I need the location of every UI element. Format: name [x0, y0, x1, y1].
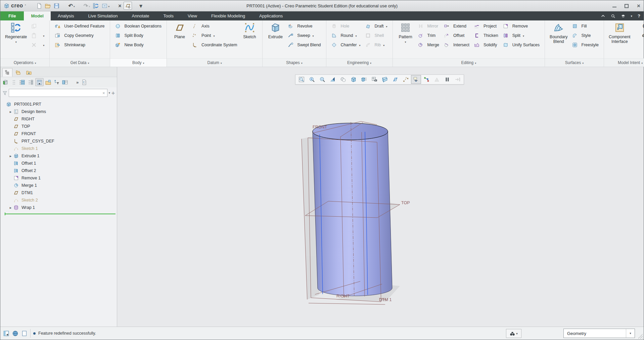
ribbon-tab[interactable]: Applications	[252, 11, 290, 20]
dropdown-arrow-icon[interactable]	[355, 33, 357, 38]
ribbon-group-label[interactable]: Engineering	[326, 58, 393, 67]
dropdown-arrow-icon[interactable]	[43, 43, 44, 47]
tree-toolbar-button[interactable]: »	[70, 78, 80, 86]
graphics-toolbar-button[interactable]	[317, 75, 327, 84]
quick-access-button[interactable]	[92, 2, 100, 10]
ribbon-tab[interactable]: Live Simulation	[81, 11, 125, 20]
graphics-toolbar-button[interactable]	[296, 75, 307, 84]
ribbon-small-button[interactable]: Rib	[364, 40, 389, 50]
tree-item[interactable]: Remove 1	[0, 174, 117, 182]
selection-filter-dropdown[interactable]: Geometry ▾	[563, 329, 635, 338]
chevron-down-icon[interactable]: ▾	[626, 329, 635, 338]
navigator-tab[interactable]	[24, 68, 34, 77]
tree-item[interactable]: Wrap 1	[0, 204, 117, 211]
close-button[interactable]: ×	[636, 4, 641, 8]
ribbon-small-button[interactable]: Split Body	[113, 31, 164, 40]
ribbon-small-button[interactable]	[30, 40, 46, 50]
dropdown-arrow-icon[interactable]	[386, 24, 387, 29]
tree-item[interactable]: FRONT	[0, 130, 117, 137]
dropdown-arrow-icon[interactable]	[107, 3, 109, 9]
ribbon-small-button[interactable]: Boolean Operations	[113, 21, 164, 31]
dropdown-arrow-icon[interactable]	[43, 33, 44, 38]
ribbon-group-label[interactable]: Operations	[0, 58, 49, 67]
ribbon-small-button[interactable]: Point	[190, 31, 239, 40]
tree-item[interactable]: RIGHT	[0, 115, 117, 123]
quick-access-button[interactable]	[124, 2, 132, 10]
add-filter-icon[interactable]: +	[111, 91, 115, 96]
ribbon-group-label[interactable]: Body	[110, 58, 167, 67]
full-screen-icon[interactable]	[21, 330, 28, 337]
ribbon-tab[interactable]: Annotate	[125, 11, 156, 20]
ribbon-group-label[interactable]: Datum	[167, 58, 262, 67]
ribbon-small-button[interactable]: Shell	[364, 31, 389, 40]
ribbon-small-button[interactable]: Extend	[442, 21, 471, 31]
ribbon-small-button[interactable]: Mirror	[416, 21, 441, 31]
resize-grip[interactable]	[638, 334, 643, 339]
insert-here-indicator[interactable]	[5, 214, 116, 214]
dropdown-arrow-icon[interactable]	[405, 39, 406, 45]
tree-item[interactable]: Design Items	[0, 108, 117, 115]
ribbon-small-button[interactable]: New Body	[113, 40, 164, 50]
ribbon-big-button[interactable]: Extrude	[266, 21, 285, 40]
quick-access-button[interactable]	[44, 2, 52, 10]
ribbon-tab[interactable]: Flexible Modeling	[204, 11, 252, 20]
ribbon-small-button[interactable]: d=	[633, 31, 644, 40]
ribbon-small-button[interactable]: Round	[330, 31, 362, 40]
dropdown-arrow-icon[interactable]	[383, 43, 384, 47]
tree-item[interactable]: Extrude 1	[0, 152, 117, 160]
ribbon-big-button[interactable]: Sketch	[240, 21, 259, 40]
expand-arrow-icon[interactable]	[8, 109, 13, 114]
ribbon-group-label[interactable]: Get Data	[50, 58, 109, 67]
ribbon-small-button[interactable]: Chamfer	[330, 40, 362, 50]
tree-item[interactable]: PRT0001.PRT	[0, 101, 117, 108]
ribbon-tab[interactable]: Model	[24, 11, 51, 20]
ribbon-small-button[interactable]: Swept Blend	[286, 40, 322, 50]
ribbon-small-button[interactable]: Split	[501, 31, 541, 40]
dropdown-arrow-icon[interactable]	[312, 33, 314, 38]
tree-item[interactable]: Offset 1	[0, 160, 117, 167]
navigator-toggle-icon[interactable]	[3, 330, 9, 337]
ribbon-big-button[interactable]: Component Interface	[607, 21, 632, 45]
tree-toolbar-button[interactable]	[44, 78, 52, 86]
quick-access-button[interactable]	[101, 2, 110, 10]
graphics-toolbar-button[interactable]	[411, 75, 421, 84]
ribbon-small-button[interactable]: Copy Geometry	[53, 31, 106, 40]
ribbon-tab[interactable]: Analysis	[51, 11, 81, 20]
collapse-ribbon-icon[interactable]	[601, 14, 605, 18]
ribbon-small-button[interactable]: Coordinate System	[190, 40, 239, 50]
graphics-toolbar-button[interactable]	[401, 75, 411, 84]
dropdown-arrow-icon[interactable]	[88, 3, 90, 9]
ribbon-small-button[interactable]: ( )	[633, 21, 644, 31]
graphics-toolbar-button[interactable]	[453, 75, 463, 84]
dropdown-arrow-icon[interactable]	[213, 33, 215, 38]
ribbon-small-button[interactable]: Revolve	[286, 21, 322, 31]
graphics-toolbar-button[interactable]	[390, 75, 400, 84]
ribbon-small-button[interactable]: Solidify	[472, 40, 500, 50]
quick-access-button[interactable]	[35, 2, 43, 10]
ribbon-tab[interactable]: Tools	[156, 11, 181, 20]
graphics-toolbar-button[interactable]	[328, 75, 338, 84]
ribbon-small-button[interactable]: Intersect	[442, 40, 471, 50]
tree-item[interactable]: Offset 2	[0, 167, 117, 174]
ribbon-group-label[interactable]: Editing	[393, 58, 545, 67]
graphics-toolbar-button[interactable]	[442, 75, 452, 84]
graphics-toolbar-button[interactable]	[349, 75, 359, 84]
tree-toolbar-button[interactable]	[27, 78, 35, 86]
find-tool[interactable]: ▾	[506, 329, 521, 338]
tree-filter-input[interactable]	[11, 91, 102, 95]
graphics-toolbar-button[interactable]	[432, 75, 442, 84]
ribbon-group-label[interactable]: Model Intent	[604, 58, 644, 67]
ribbon-small-button[interactable]: Shrinkwrap	[53, 40, 106, 50]
ribbon-small-button[interactable]: Unify Surfaces	[501, 40, 541, 50]
tree-toolbar-button[interactable]	[35, 78, 44, 86]
navigator-tab[interactable]	[13, 68, 23, 77]
learning-dropdown-icon[interactable]: ▾	[631, 14, 633, 18]
ribbon-small-button[interactable]: Thicken	[472, 31, 500, 40]
ribbon-small-button[interactable]: Sweep	[286, 31, 322, 40]
ribbon-small-button[interactable]: Hole	[330, 21, 362, 31]
tree-item[interactable]: DTM1	[0, 189, 117, 196]
dropdown-arrow-icon[interactable]	[522, 33, 524, 38]
ribbon-tab[interactable]: File	[0, 11, 24, 20]
ribbon-small-button[interactable]: User-Defined Feature	[53, 21, 106, 31]
dropdown-arrow-icon[interactable]	[359, 43, 360, 47]
